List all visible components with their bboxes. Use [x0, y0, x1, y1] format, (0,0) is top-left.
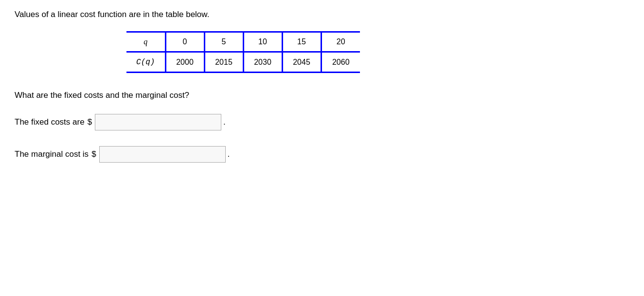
data-col-cq: C(q): [126, 52, 165, 73]
data-col-2000: 2000: [165, 52, 204, 73]
fixed-costs-period: .: [223, 117, 226, 127]
marginal-cost-label: The marginal cost is: [15, 149, 89, 159]
table-header-row: q 0 5 10 15 20: [126, 32, 360, 52]
header-col-0: 0: [165, 32, 204, 52]
header-col-15: 15: [282, 32, 321, 52]
fixed-costs-label: The fixed costs are: [15, 117, 85, 127]
cost-table: q 0 5 10 15 20 C(q) 2000 2015 2030 2045 …: [126, 31, 360, 73]
marginal-cost-row: The marginal cost is $ .: [15, 146, 629, 163]
header-col-20: 20: [321, 32, 360, 52]
table-data-row: C(q) 2000 2015 2030 2045 2060: [126, 52, 360, 73]
data-col-2060: 2060: [321, 52, 360, 73]
header-col-10: 10: [243, 32, 282, 52]
fixed-costs-dollar: $: [88, 117, 92, 127]
data-col-2030: 2030: [243, 52, 282, 73]
header-col-5: 5: [204, 32, 243, 52]
marginal-cost-period: .: [228, 149, 230, 159]
header-col-q: q: [126, 32, 165, 52]
table-container: q 0 5 10 15 20 C(q) 2000 2015 2030 2045 …: [126, 31, 629, 73]
fixed-costs-input[interactable]: [95, 114, 221, 130]
fixed-costs-row: The fixed costs are $ .: [15, 114, 629, 130]
marginal-cost-dollar: $: [91, 149, 96, 159]
page-title: Values of a linear cost function are in …: [15, 10, 629, 19]
question-text: What are the fixed costs and the margina…: [15, 91, 629, 100]
data-col-2015: 2015: [204, 52, 243, 73]
data-col-2045: 2045: [282, 52, 321, 73]
marginal-cost-input[interactable]: [99, 146, 226, 163]
